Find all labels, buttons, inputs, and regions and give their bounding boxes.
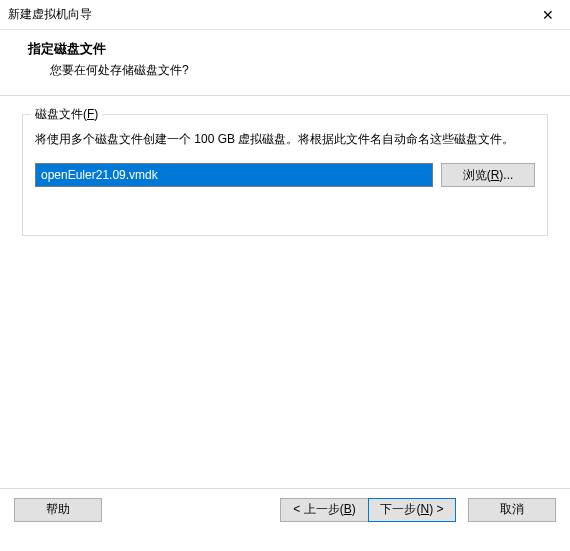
wizard-header: 指定磁盘文件 您要在何处存储磁盘文件? [0, 30, 570, 96]
next-prefix: 下一步( [380, 502, 420, 516]
close-icon[interactable]: ✕ [525, 0, 570, 30]
back-suffix: ) [352, 502, 356, 516]
disk-path-input[interactable] [35, 163, 433, 187]
help-button[interactable]: 帮助 [14, 498, 102, 522]
page-title: 指定磁盘文件 [28, 40, 556, 58]
back-button[interactable]: < 上一步(B) [280, 498, 368, 522]
footer: 帮助 < 上一步(B) 下一步(N) > 取消 [0, 488, 570, 530]
window-title: 新建虚拟机向导 [8, 6, 525, 23]
cancel-button[interactable]: 取消 [468, 498, 556, 522]
browse-prefix: 浏览( [463, 168, 491, 182]
content-area: 磁盘文件(F) 将使用多个磁盘文件创建一个 100 GB 虚拟磁盘。将根据此文件… [0, 96, 570, 488]
browse-button[interactable]: 浏览(R)... [441, 163, 535, 187]
next-button[interactable]: 下一步(N) > [368, 498, 456, 522]
titlebar: 新建虚拟机向导 ✕ [0, 0, 570, 30]
disk-file-group: 磁盘文件(F) 将使用多个磁盘文件创建一个 100 GB 虚拟磁盘。将根据此文件… [22, 114, 548, 236]
group-label-suffix: ) [94, 107, 98, 121]
group-label-prefix: 磁盘文件( [35, 107, 87, 121]
next-suffix: ) > [429, 502, 443, 516]
group-description: 将使用多个磁盘文件创建一个 100 GB 虚拟磁盘。将根据此文件名自动命名这些磁… [35, 129, 535, 149]
back-prefix: < 上一步( [293, 502, 343, 516]
group-label: 磁盘文件(F) [31, 106, 102, 123]
back-hotkey: B [344, 502, 352, 516]
page-description: 您要在何处存储磁盘文件? [50, 62, 556, 79]
browse-suffix: )... [499, 168, 513, 182]
input-row: 浏览(R)... [35, 163, 535, 187]
next-hotkey: N [420, 502, 429, 516]
